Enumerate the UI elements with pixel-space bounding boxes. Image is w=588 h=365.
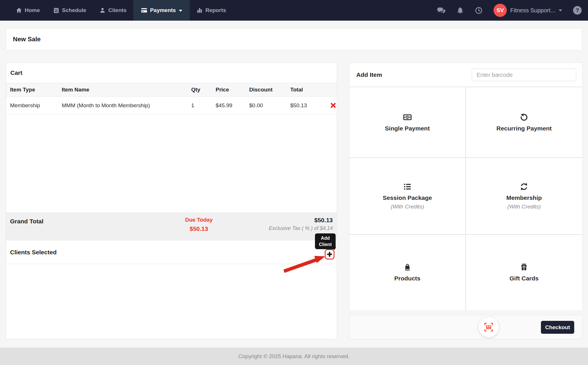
nav-menu: Home Schedule Clients Payments Report xyxy=(0,0,233,21)
cart-title: Cart xyxy=(10,69,22,76)
page-title-card: New Sale xyxy=(6,28,582,50)
nav-item-label: Payments xyxy=(150,7,176,13)
user-caret-down-icon xyxy=(559,9,562,11)
col-item-type: Item Type xyxy=(10,87,62,93)
checkout-button[interactable]: Checkout xyxy=(541,321,574,334)
tile-label: Recurring Payment xyxy=(496,125,552,132)
due-today-block: Due Today $50.13 xyxy=(185,217,213,232)
tile-session-package[interactable]: Session Package (With Credits) xyxy=(349,158,466,235)
add-item-tiles: Single Payment Recurring Payment Session… xyxy=(349,87,583,310)
grand-total-label: Grand Total xyxy=(10,218,43,225)
add-item-panel-header: Add Item xyxy=(349,63,583,87)
nav-item-clients[interactable]: Clients xyxy=(93,0,133,21)
col-qty: Qty xyxy=(191,87,216,93)
footer: Copyright © 2025 Hapana. All rights rese… xyxy=(0,348,588,365)
home-icon xyxy=(16,7,22,13)
shopping-bag-icon xyxy=(403,263,412,272)
cell-discount: $0.00 xyxy=(249,102,290,109)
page-title: New Sale xyxy=(13,36,41,43)
cell-price: $45.99 xyxy=(216,102,249,109)
tile-label: Session Package xyxy=(383,194,432,201)
nav-item-schedule[interactable]: Schedule xyxy=(47,0,93,21)
rotate-left-icon xyxy=(520,113,528,122)
nav-item-label: Schedule xyxy=(62,7,86,13)
tile-single-payment[interactable]: Single Payment xyxy=(349,87,466,158)
clients-selected-label: Clients Selected xyxy=(10,249,57,256)
tile-sublabel: (With Credits) xyxy=(507,204,541,210)
nav-item-home[interactable]: Home xyxy=(9,0,47,21)
sync-icon xyxy=(520,182,528,191)
tile-gift-cards[interactable]: Gift Cards xyxy=(466,235,583,310)
nav-item-label: Reports xyxy=(205,7,226,13)
tile-sublabel: (With Credits) xyxy=(391,204,424,210)
tile-label: Gift Cards xyxy=(509,275,539,282)
user-name: Fitness Support... xyxy=(510,7,555,14)
clock-icon[interactable] xyxy=(475,7,483,14)
person-icon xyxy=(99,7,106,13)
tile-membership-credits[interactable]: Membership (With Credits) xyxy=(466,158,583,235)
chevron-down-icon xyxy=(179,10,182,12)
chat-icon[interactable] xyxy=(437,7,446,14)
col-total: Total xyxy=(290,87,329,93)
bell-icon[interactable] xyxy=(457,7,464,14)
remove-item-button[interactable] xyxy=(329,102,337,108)
nav-item-reports[interactable]: Reports xyxy=(190,0,233,21)
help-icon[interactable]: ? xyxy=(573,6,582,15)
tax-note: Exclusive Tax ( % ) of $4.14 xyxy=(269,225,333,231)
col-item-name: Item Name xyxy=(62,87,191,93)
grand-total-row: Grand Total Due Today $50.13 $50.13 Excl… xyxy=(6,212,337,241)
grand-total-amount-block: $50.13 Exclusive Tax ( % ) of $4.14 xyxy=(269,217,333,231)
cell-total: $50.13 xyxy=(290,102,329,109)
checkout-bar: Checkout xyxy=(349,315,583,339)
plus-icon xyxy=(326,251,333,257)
credit-card-icon xyxy=(141,7,148,14)
add-client-button[interactable] xyxy=(325,249,334,259)
clients-selected-row: Clients Selected xyxy=(6,241,337,264)
tile-label: Products xyxy=(394,275,420,282)
cell-qty: 1 xyxy=(191,102,216,109)
cell-item-type: Membership xyxy=(10,102,62,109)
nav-item-label: Home xyxy=(25,7,40,13)
avatar: SV xyxy=(494,4,507,17)
tile-recurring-payment[interactable]: Recurring Payment xyxy=(466,87,583,158)
cart-table-header: Item Type Item Name Qty Price Discount T… xyxy=(6,83,337,97)
barcode-input[interactable] xyxy=(472,69,576,81)
nav-item-label: Clients xyxy=(108,7,126,13)
cart-panel: Cart Item Type Item Name Qty Price Disco… xyxy=(6,63,337,339)
barcode-scan-button[interactable] xyxy=(479,317,499,337)
nav-right-tools: SV Fitness Support... ? xyxy=(437,0,582,21)
banknote-icon xyxy=(403,113,412,122)
nav-item-payments[interactable]: Payments xyxy=(133,0,190,21)
col-discount: Discount xyxy=(249,87,290,93)
remove-x-icon xyxy=(330,102,336,108)
cart-table-row: Membership MMM (Month to Month Membershi… xyxy=(6,97,337,114)
tile-label: Membership xyxy=(506,194,542,201)
col-price: Price xyxy=(216,87,249,93)
due-today-label: Due Today xyxy=(185,217,213,223)
tile-products[interactable]: Products xyxy=(349,235,466,310)
barcode-icon xyxy=(483,322,494,332)
tile-label: Single Payment xyxy=(385,125,430,132)
due-today-amount: $50.13 xyxy=(185,225,213,232)
calendar-icon xyxy=(53,7,59,13)
cart-empty-space xyxy=(6,114,337,212)
copyright-text: Copyright © 2025 Hapana. All rights rese… xyxy=(239,353,350,360)
top-navbar: Home Schedule Clients Payments Report xyxy=(0,0,588,21)
add-client-tooltip: Add Client xyxy=(315,233,336,249)
user-menu[interactable]: SV Fitness Support... xyxy=(494,4,562,17)
cell-item-name: MMM (Month to Month Membership) xyxy=(62,102,191,109)
add-item-title: Add Item xyxy=(356,71,382,78)
gift-icon xyxy=(520,263,528,272)
grand-total-amount: $50.13 xyxy=(269,217,333,224)
list-icon xyxy=(403,182,412,191)
bar-chart-icon xyxy=(196,7,203,13)
